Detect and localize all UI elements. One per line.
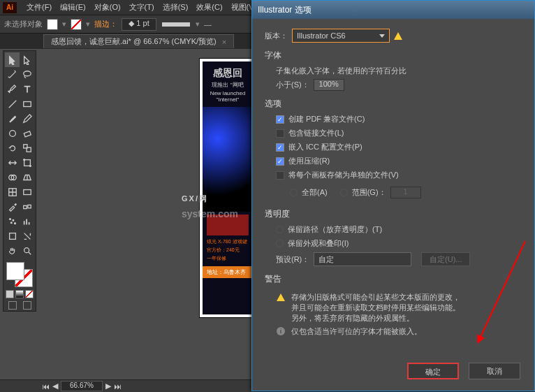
options-heading: 选项 <box>265 98 522 110</box>
artboard: 感恩回 现推出 "网吧 New launched "Internet" 炫光 X… <box>200 59 256 317</box>
fill-swatch[interactable] <box>47 19 58 30</box>
screen-mode-normal[interactable] <box>8 301 17 310</box>
warnings-heading: 警告 <box>265 273 522 285</box>
no-selection-label: 未选择对象 <box>4 19 43 29</box>
menu-select[interactable]: 选择(S) <box>159 2 193 13</box>
hand-tool[interactable] <box>5 243 20 258</box>
svg-rect-3 <box>24 131 31 136</box>
svg-rect-19 <box>9 233 15 239</box>
free-transform-tool[interactable] <box>20 155 34 170</box>
gradient-tool[interactable] <box>20 184 34 199</box>
slice-tool[interactable] <box>20 228 34 243</box>
all-radio: 全部(A) <box>290 187 328 198</box>
pencil-tool[interactable] <box>20 111 34 126</box>
embed-icc-checkbox[interactable]: ✓嵌入 ICC 配置文件(P) <box>276 142 522 152</box>
version-value: Illustrator CS6 <box>297 31 346 40</box>
artboard-tool[interactable] <box>5 228 20 243</box>
poster-subtitle: 现推出 "网吧 <box>203 81 253 89</box>
color-well[interactable] <box>5 261 34 289</box>
fill-color[interactable] <box>6 262 24 280</box>
cancel-button[interactable]: 取消 <box>469 363 520 379</box>
ok-button[interactable]: 确定 <box>407 363 459 379</box>
poster-subtitle2: New launched "Internet" <box>203 90 253 103</box>
document-tab[interactable]: 感恩回馈，诚意巨献.ai* @ 66.67% (CMYK/预览) × <box>43 34 234 48</box>
zoom-tool[interactable] <box>20 243 34 258</box>
zoom-input[interactable]: 66.67% <box>61 381 103 391</box>
nav-last-icon[interactable]: ⏭ <box>114 382 122 391</box>
warning-text-1: 存储为旧版格式可能会引起某些文本版面的更改， <box>291 292 460 303</box>
preserve-paths-radio: 保留路径（放弃透明度）(T) <box>276 224 522 235</box>
stroke-weight-input[interactable]: ◆ 1 pt <box>122 18 156 31</box>
tab-title: 感恩回馈，诚意巨献.ai* @ 66.67% (CMYK/预览) <box>51 36 217 47</box>
canvas[interactable]: 感恩回 现推出 "网吧 New launched "Internet" 炫光 X… <box>53 52 256 359</box>
menu-type[interactable]: 文字(T) <box>125 2 159 13</box>
type-tool[interactable] <box>20 82 34 96</box>
scale-tool[interactable] <box>20 140 34 155</box>
shape-builder-tool[interactable] <box>5 170 20 184</box>
warning-text-4: 仅包含适当许可位的字体才能被嵌入。 <box>291 326 422 337</box>
color-mode-none[interactable] <box>25 290 34 298</box>
warning-icon <box>394 32 402 40</box>
rotate-tool[interactable] <box>5 140 20 155</box>
rectangle-tool[interactable] <box>20 96 34 111</box>
menu-file[interactable]: 文件(F) <box>22 2 56 13</box>
eyedropper-tool[interactable] <box>5 199 20 214</box>
svg-rect-12 <box>23 189 31 194</box>
poster-price2: 官方价：240元 <box>207 247 249 254</box>
width-tool[interactable] <box>5 155 20 170</box>
preserve-appearance-radio: 保留外观和叠印(I) <box>276 238 522 249</box>
line-tool[interactable] <box>5 96 20 111</box>
warning-icon <box>277 293 285 301</box>
svg-rect-13 <box>23 205 26 208</box>
poster-price3: 一年保修 <box>207 255 249 262</box>
poster-title: 感恩回 <box>203 67 253 80</box>
poster-keyboard <box>207 215 249 235</box>
info-icon: i <box>277 327 285 335</box>
direct-select-tool[interactable] <box>20 52 34 67</box>
nav-first-icon[interactable]: ⏮ <box>42 382 50 391</box>
preset-label: 预设(R)： <box>276 254 309 265</box>
svg-point-15 <box>9 218 10 219</box>
version-dropdown[interactable]: Illustrator CS6 <box>292 29 390 43</box>
selection-tool[interactable] <box>5 52 20 67</box>
graph-tool[interactable] <box>20 214 34 228</box>
svg-point-7 <box>23 159 24 160</box>
perspective-tool[interactable] <box>20 170 34 184</box>
subset-percent-input[interactable]: 100% <box>314 79 344 91</box>
save-artboards-checkbox: 将每个画板存储为单独的文件(V) <box>276 170 522 180</box>
stroke-label: 描边： <box>94 19 117 29</box>
range-radio: 范围(G)： <box>340 187 386 198</box>
tab-close-icon[interactable]: × <box>222 38 226 46</box>
menu-effect[interactable]: 效果(C) <box>192 2 226 13</box>
subset-fonts-label: 子集化嵌入字体，若使用的字符百分比 <box>276 66 522 76</box>
warning-text-3: 另外，将丢弃所有隐藏的外观属性。 <box>291 313 460 324</box>
compression-checkbox[interactable]: ✓使用压缩(R) <box>276 156 522 166</box>
poster-price1: 炫光 X-780 游戏键 <box>207 238 249 245</box>
menu-object[interactable]: 对象(O) <box>90 2 125 13</box>
poster-image <box>203 107 253 212</box>
magic-wand-tool[interactable] <box>5 67 20 82</box>
version-label: 版本： <box>265 31 288 41</box>
menu-edit[interactable]: 编辑(E) <box>56 2 90 13</box>
nav-next-icon[interactable]: ▶ <box>105 382 111 391</box>
lasso-tool[interactable] <box>20 67 34 82</box>
nav-prev-icon[interactable]: ◀ <box>52 382 58 391</box>
mesh-tool[interactable] <box>5 184 20 199</box>
blob-brush-tool[interactable] <box>5 126 20 140</box>
transparency-heading: 透明度 <box>265 208 522 220</box>
eraser-tool[interactable] <box>20 126 34 140</box>
brush-tool[interactable] <box>5 111 20 126</box>
color-mode-gradient[interactable] <box>15 290 24 298</box>
color-mode-solid[interactable] <box>6 290 14 298</box>
screen-mode-full[interactable] <box>23 301 31 310</box>
svg-point-16 <box>13 219 14 221</box>
pen-tool[interactable] <box>5 82 20 96</box>
blend-tool[interactable] <box>20 199 34 214</box>
warning-text-2: 并且可能会在重新读取文档时停用某些编辑功能。 <box>291 303 460 313</box>
stroke-style[interactable] <box>162 22 190 27</box>
symbol-sprayer-tool[interactable] <box>5 214 20 228</box>
dash-sep: — <box>204 20 212 29</box>
pdf-compatible-checkbox[interactable]: ✓创建 PDF 兼容文件(C) <box>276 114 522 124</box>
preset-dropdown: 自定 <box>314 252 411 266</box>
stroke-swatch[interactable] <box>71 19 82 30</box>
